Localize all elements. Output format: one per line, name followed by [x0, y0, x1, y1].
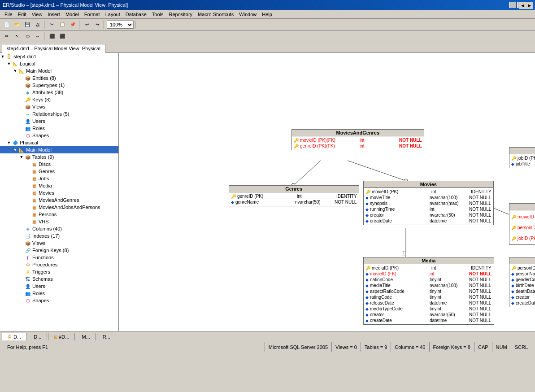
menu-view[interactable]: View — [29, 11, 45, 18]
table-genres[interactable]: Genres🔑genreID (PK)intIDENTITY◆genreName… — [229, 185, 359, 206]
select-button[interactable]: ↖ — [12, 32, 22, 41]
tree-item-schemas[interactable]: 🏗Schemas — [0, 275, 118, 283]
canvas[interactable]: ⌶ Z Z MoviesAndGenres🔑movieID (PK)(FK)in… — [119, 53, 535, 331]
tree-item-roles_l[interactable]: 👥Roles — [0, 125, 118, 132]
main-tab[interactable]: step4.dm1 - Physical Model View: Physica… — [2, 44, 105, 53]
expand-mainmodel_p[interactable]: ▼ — [13, 148, 18, 152]
col-null: NOT NULL — [469, 306, 491, 311]
menu-format[interactable]: Format — [82, 11, 103, 18]
tree-item-attributes[interactable]: ◆Attributes (38) — [0, 89, 118, 96]
cut-button[interactable]: ✂ — [47, 20, 57, 29]
save-button[interactable]: 💾 — [22, 20, 32, 29]
relation-button[interactable]: ↔ — [33, 32, 43, 41]
tree-item-persons[interactable]: ▦Persons — [0, 211, 118, 218]
bottom-tab-3[interactable]: M... — [76, 333, 96, 340]
tree-item-views_p[interactable]: 📦Views — [0, 240, 118, 247]
align-right[interactable]: ⬛ — [57, 32, 67, 41]
table-moviesandgenres[interactable]: MoviesAndGenres🔑movieID (PK)(FK)intNOT N… — [291, 129, 424, 150]
menu-insert[interactable]: Insert — [45, 11, 63, 18]
col-null: NOT NULL — [335, 200, 357, 205]
tree-item-keys[interactable]: 🔑Keys (8) — [0, 96, 118, 103]
print-button[interactable]: 🖨 — [33, 20, 43, 29]
table-persons[interactable]: Persons🔑personID (PK)intIDENTITY◆personN… — [509, 257, 535, 307]
tree-item-columns[interactable]: ◈Columns (40) — [0, 225, 118, 232]
bottom-tab-0[interactable]: 🗄D... — [2, 333, 27, 340]
tree-item-shapes_p[interactable]: ⬡Shapes — [0, 297, 118, 304]
tree-item-functions[interactable]: ƒFunctions — [0, 254, 118, 261]
tree-item-moviesandjobsandpersons[interactable]: ▦MoviesAndJobsAndPersons — [0, 204, 118, 211]
tree-item-users_p[interactable]: 👤Users — [0, 283, 118, 290]
col-null: IDENTITY — [336, 194, 357, 199]
draw-button[interactable]: ✏ — [2, 32, 12, 41]
tree-item-media[interactable]: ▦Media — [0, 182, 118, 189]
menu-help[interactable]: Help — [259, 11, 275, 18]
proc-icon: ⚙ — [24, 261, 31, 268]
entity-button[interactable]: ▭ — [22, 32, 32, 41]
tree-item-jobs[interactable]: ▦Jobs — [0, 175, 118, 182]
tree-item-indexes[interactable]: 📑Indexes (17) — [0, 232, 118, 240]
tree-item-discs[interactable]: ▦Discs — [0, 161, 118, 168]
tree-item-mainmodel[interactable]: ▼📐Main Model — [0, 67, 118, 74]
bottom-tab-2[interactable]: ⊞#D... — [48, 333, 75, 340]
open-button[interactable]: 📂 — [12, 20, 22, 29]
idx-icon: 📑 — [24, 233, 31, 239]
table-movies[interactable]: Movies🔑movieID (PK)intIDENTITY◆movieTitl… — [363, 181, 494, 225]
align-left[interactable]: ⬛ — [47, 32, 57, 41]
tree-item-roles_p[interactable]: 👥Roles — [0, 290, 118, 297]
undo-button[interactable]: ↩ — [82, 20, 92, 29]
expand-tables[interactable]: ▼ — [19, 155, 24, 159]
tree-item-vhs[interactable]: ▦VHS — [0, 218, 118, 225]
menu-database[interactable]: Database — [123, 11, 149, 18]
tree-item-moviesandgenres[interactable]: ▦MoviesAndGenres — [0, 196, 118, 204]
tree-item-physical[interactable]: ▼🔷Physical — [0, 139, 118, 146]
menu-layout[interactable]: Layout — [103, 11, 123, 18]
shape-icon: ⬡ — [24, 297, 31, 304]
expand-logical[interactable]: ▼ — [6, 61, 12, 66]
bottom-tab-4[interactable]: R... — [97, 333, 116, 340]
tree-item-supertypes[interactable]: 📦Supertypes (1) — [0, 82, 118, 89]
tree-item-shapes_l[interactable]: ⬡Shapes — [0, 132, 118, 139]
entity-icon: 📦 — [24, 82, 31, 88]
new-button[interactable]: 📄 — [2, 20, 12, 29]
tree-item-tables[interactable]: ▼📦Tables (9) — [0, 153, 118, 161]
menu-window[interactable]: Window — [236, 11, 259, 18]
menu-file[interactable]: File — [2, 11, 15, 18]
expand-physical[interactable]: ▼ — [6, 140, 12, 145]
table-moviesandjobsandpersons[interactable]: MoviesAndJobsAndPersons🔑movieID (PK)(FK)… — [509, 203, 535, 245]
row-icon: ◆ — [511, 295, 514, 300]
minimize-button[interactable]: _ — [509, 2, 516, 8]
tab-scroll-right[interactable]: ▶ — [526, 2, 533, 9]
menu-model[interactable]: Model — [63, 11, 82, 18]
copy-button[interactable]: 📋 — [57, 20, 67, 29]
table-row: ◆createDatedatetimeNOT NULL — [364, 218, 493, 224]
zoom-select[interactable]: 100%75%50%150% — [107, 21, 134, 29]
server-text: Microsoft SQL Server 2005 — [265, 342, 332, 352]
expand-root[interactable]: ▼ — [0, 54, 5, 59]
tab-scroll-left[interactable]: ◀ — [519, 2, 526, 9]
tree-label-users_l: Users — [32, 118, 45, 124]
table-jobs[interactable]: Jobs🔑jobID (PK)intIDENTITY◆jobTitlenvarc… — [509, 147, 535, 168]
menu-macro-shortcuts[interactable]: Macro Shortcuts — [195, 11, 236, 18]
expand-mainmodel[interactable]: ▼ — [13, 69, 18, 73]
tree-item-foreignkeys[interactable]: 🔗Foreign Keys (8) — [0, 247, 118, 254]
redo-button[interactable]: ↪ — [92, 20, 102, 29]
table-row: ◆mediaTitlenvarchar(100)NOT NULL — [364, 283, 494, 288]
paste-button[interactable]: 📌 — [68, 20, 78, 29]
table-media[interactable]: Media🔑mediaID (PK)intIDENTITY◆movieID (F… — [363, 257, 494, 325]
tree-item-mainmodel_p[interactable]: ▼📐Main Model — [0, 146, 118, 153]
menu-repository[interactable]: Repository — [166, 11, 196, 18]
tree-item-procedures[interactable]: ⚙Procedures — [0, 261, 118, 268]
bottom-tab-1[interactable]: D... — [28, 333, 47, 340]
tree-item-users_l[interactable]: 👤Users — [0, 118, 118, 125]
tree-item-movies[interactable]: ▦Movies — [0, 189, 118, 196]
tree-item-genres[interactable]: ▦Genres — [0, 168, 118, 175]
menu-tools[interactable]: Tools — [149, 11, 166, 18]
menu-edit[interactable]: Edit — [15, 11, 29, 18]
tree-item-logical[interactable]: ▼📐Logical — [0, 60, 118, 67]
table-row: 🔑movieID (PK)(FK)intNOT NULL — [292, 137, 424, 143]
tree-item-triggers[interactable]: ⚡Triggers — [0, 268, 118, 275]
tree-item-root[interactable]: ▼🗄step4.dm1 — [0, 53, 118, 60]
tree-item-entities[interactable]: 📦Entities (8) — [0, 74, 118, 82]
tree-item-relationships[interactable]: ↔Relationships (5) — [0, 110, 118, 118]
tree-item-views_l[interactable]: 📦Views — [0, 103, 118, 110]
